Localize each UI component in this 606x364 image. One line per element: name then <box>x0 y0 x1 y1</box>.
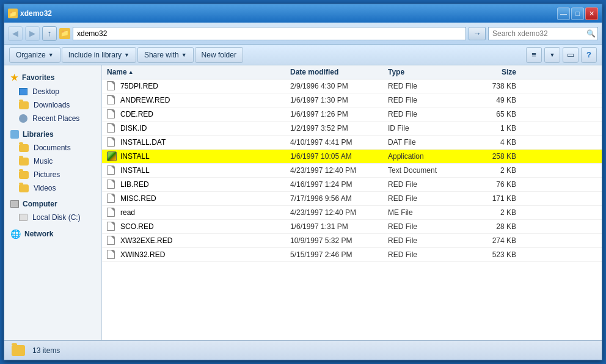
file-type: Text Document <box>388 166 467 175</box>
up-button[interactable]: ↑ <box>42 26 57 41</box>
column-size[interactable]: Size <box>467 68 516 76</box>
address-bar: ◀ ▶ ↑ 📁 → 🔍 <box>4 23 602 45</box>
file-size: 65 KB <box>467 110 516 118</box>
table-row[interactable]: DISK.ID1/2/1997 3:52 PMID File1 KB <box>102 122 602 136</box>
file-name-cell: CDE.RED <box>107 109 290 119</box>
sidebar-item-pictures[interactable]: Pictures <box>4 168 101 181</box>
column-date[interactable]: Date modified <box>290 68 388 76</box>
sidebar-item-documents[interactable]: Documents <box>4 141 101 155</box>
sidebar-item-recent-places[interactable]: Recent Places <box>4 112 101 125</box>
file-name: XW32EXE.RED <box>120 236 172 245</box>
table-row[interactable]: read4/23/1997 12:40 PMME File2 KB <box>102 206 602 220</box>
maximize-button[interactable]: □ <box>571 7 584 20</box>
new-folder-label: New folder <box>202 51 236 59</box>
file-date: 4/23/1997 12:40 PM <box>290 208 388 217</box>
table-row[interactable]: XW32EXE.RED10/9/1997 5:32 PMRED File274 … <box>102 234 602 248</box>
forward-button[interactable]: ▶ <box>25 26 40 41</box>
file-date: 4/23/1997 12:40 PM <box>290 166 388 175</box>
favorites-header[interactable]: ★ Favorites <box>4 70 101 85</box>
computer-header[interactable]: Computer <box>4 197 101 211</box>
sidebar-item-music[interactable]: Music <box>4 155 101 168</box>
file-name-cell: XW32EXE.RED <box>107 236 290 246</box>
table-row[interactable]: INSTALL4/23/1997 12:40 PMText Document2 … <box>102 164 602 178</box>
file-icon <box>107 236 117 246</box>
new-folder-button[interactable]: New folder <box>195 47 243 63</box>
sidebar-item-downloads[interactable]: Downloads <box>4 98 101 112</box>
main-content: ★ Favorites Desktop Downloads Recent Pla… <box>4 65 602 340</box>
local-disk-label: Local Disk (C:) <box>32 213 81 222</box>
preview-pane-button[interactable]: ▭ <box>563 47 579 63</box>
file-size: 28 KB <box>467 222 516 231</box>
sidebar-item-desktop[interactable]: Desktop <box>4 85 101 98</box>
network-header[interactable]: 🌐 Network <box>4 227 101 241</box>
help-button[interactable]: ? <box>581 47 597 63</box>
sidebar: ★ Favorites Desktop Downloads Recent Pla… <box>4 65 102 340</box>
file-name-cell: DISK.ID <box>107 123 290 133</box>
address-input[interactable] <box>73 27 466 40</box>
file-name-cell: ANDREW.RED <box>107 95 290 105</box>
organize-label: Organize <box>16 51 46 59</box>
file-date: 4/10/1997 4:41 PM <box>290 138 388 147</box>
file-size: 1 KB <box>467 124 516 133</box>
table-row[interactable]: INSTALL1/6/1997 10:05 AMApplication258 K… <box>102 150 602 164</box>
search-wrapper: 🔍 <box>488 27 598 40</box>
file-name: MISC.RED <box>120 194 156 203</box>
file-icon <box>107 208 117 217</box>
table-row[interactable]: CDE.RED1/6/1997 1:26 PMRED File65 KB <box>102 107 602 122</box>
go-button[interactable]: → <box>469 27 486 40</box>
title-bar-left: 📁 xdemo32 <box>8 9 52 18</box>
file-size: 76 KB <box>467 180 516 189</box>
file-date: 1/6/1997 1:31 PM <box>290 222 388 231</box>
file-type: ME File <box>388 208 467 217</box>
include-library-button[interactable]: Include in library ▼ <box>62 47 136 63</box>
table-row[interactable]: SCO.RED1/6/1997 1:31 PMRED File28 KB <box>102 220 602 234</box>
file-icon <box>107 137 117 147</box>
table-row[interactable]: XWIN32.RED5/15/1997 2:46 PMRED File523 K… <box>102 248 602 262</box>
file-name: read <box>120 208 135 217</box>
title-bar-controls: — □ ✕ <box>557 7 598 20</box>
share-with-button[interactable]: Share with ▼ <box>137 47 194 63</box>
file-date: 1/6/1997 1:26 PM <box>290 110 388 118</box>
documents-icon <box>19 144 29 152</box>
close-button[interactable]: ✕ <box>585 7 598 20</box>
view-arrow-button[interactable]: ▼ <box>544 47 560 63</box>
file-date: 5/15/1997 2:46 PM <box>290 250 388 259</box>
file-date: 4/16/1997 1:24 PM <box>290 180 388 189</box>
file-icon <box>107 109 117 119</box>
file-name: DISK.ID <box>120 124 147 133</box>
file-type: Application <box>388 152 467 161</box>
column-name[interactable]: Name ▲ <box>107 68 290 76</box>
file-name-cell: INSTALL <box>107 166 290 175</box>
view-options-button[interactable]: ≡ <box>526 47 542 63</box>
table-row[interactable]: INSTALL.DAT4/10/1997 4:41 PMDAT File4 KB <box>102 136 602 150</box>
window-icon: 📁 <box>8 9 18 18</box>
organize-button[interactable]: Organize ▼ <box>9 47 60 63</box>
file-size: 258 KB <box>467 152 516 161</box>
table-row[interactable]: 75DPI.RED2/9/1996 4:30 PMRED File738 KB <box>102 79 602 93</box>
file-rows-container: 75DPI.RED2/9/1996 4:30 PMRED File738 KBA… <box>102 79 602 262</box>
search-input[interactable] <box>488 27 598 40</box>
file-date: 10/9/1997 5:32 PM <box>290 236 388 245</box>
file-name: INSTALL <box>120 152 150 161</box>
libraries-section: Libraries Documents Music Pictures Video… <box>4 128 101 195</box>
minimize-button[interactable]: — <box>557 7 570 20</box>
toolbar: Organize ▼ Include in library ▼ Share wi… <box>4 45 602 65</box>
sidebar-item-local-disk[interactable]: Local Disk (C:) <box>4 211 101 224</box>
table-row[interactable]: ANDREW.RED1/6/1997 1:30 PMRED File49 KB <box>102 93 602 107</box>
sidebar-item-videos[interactable]: Videos <box>4 181 101 195</box>
file-name: ANDREW.RED <box>120 96 170 104</box>
file-name: INSTALL.DAT <box>120 138 166 147</box>
table-row[interactable]: LIB.RED4/16/1997 1:24 PMRED File76 KB <box>102 178 602 192</box>
network-label: Network <box>24 230 53 238</box>
file-type: DAT File <box>388 138 467 147</box>
column-type[interactable]: Type <box>388 68 467 76</box>
videos-label: Videos <box>34 184 56 192</box>
address-folder-icon: 📁 <box>59 28 70 39</box>
file-size: 49 KB <box>467 96 516 104</box>
downloads-label: Downloads <box>34 101 70 109</box>
back-button[interactable]: ◀ <box>8 26 23 41</box>
libraries-header[interactable]: Libraries <box>4 128 101 141</box>
file-type: RED File <box>388 96 467 104</box>
table-row[interactable]: MISC.RED7/17/1996 9:56 AMRED File171 KB <box>102 192 602 206</box>
desktop-icon <box>19 88 27 95</box>
